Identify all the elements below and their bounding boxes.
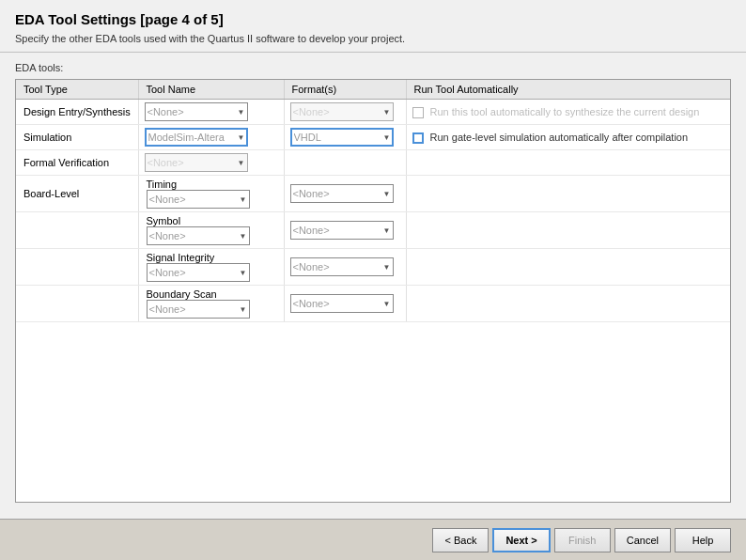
- format-select-boundary-scan[interactable]: <None>: [290, 294, 394, 313]
- tool-name-select-wrapper[interactable]: <None>: [145, 153, 248, 172]
- cell-auto-run: [406, 249, 730, 286]
- tool-name-select-symbol[interactable]: <None>: [147, 226, 250, 245]
- cell-tool-subname: Symbol <None>: [138, 212, 284, 249]
- tool-name-select-wrapper[interactable]: <None>: [145, 102, 248, 121]
- cell-format[interactable]: <None>: [284, 176, 406, 212]
- auto-run-label: Run gate-level simulation automatically …: [430, 132, 689, 144]
- cancel-button[interactable]: Cancel: [614, 528, 671, 552]
- cell-tool-name[interactable]: <None>: [138, 100, 284, 125]
- table-row: Boundary Scan <None> <None>: [16, 286, 730, 322]
- cell-tool-name[interactable]: ModelSim-Altera: [138, 125, 284, 150]
- cell-auto-run: [406, 212, 730, 249]
- tool-name-select-formal[interactable]: <None>: [145, 153, 248, 172]
- format-select-wrapper[interactable]: <None>: [290, 294, 394, 313]
- format-select-simulation[interactable]: VHDL: [290, 128, 394, 147]
- format-select-signal-integrity[interactable]: <None>: [290, 257, 394, 276]
- cell-tool-subname: Signal Integrity <None>: [138, 249, 284, 286]
- dialog-footer: < Back Next > Finish Cancel Help: [0, 519, 746, 560]
- auto-run-checkbox-design-entry[interactable]: [412, 107, 424, 118]
- auto-run-checkbox-simulation[interactable]: [412, 132, 424, 144]
- table-header-row: Tool Type Tool Name Format(s) Run Tool A…: [16, 80, 730, 100]
- format-select-wrapper[interactable]: <None>: [290, 184, 394, 203]
- dialog-description: Specify the other EDA tools used with th…: [15, 33, 731, 44]
- tool-name-select-wrapper[interactable]: ModelSim-Altera: [145, 128, 248, 147]
- format-select-wrapper[interactable]: <None>: [290, 102, 394, 121]
- cell-tool-type: [16, 249, 138, 286]
- format-select-wrapper[interactable]: <None>: [290, 221, 394, 240]
- cell-tool-type: Design Entry/Synthesis: [16, 100, 138, 125]
- cell-tool-type: [16, 212, 138, 249]
- dialog-title: EDA Tool Settings [page 4 of 5]: [15, 11, 731, 27]
- cell-tool-type: Formal Verification: [16, 150, 138, 176]
- tool-name-select-wrapper[interactable]: <None>: [147, 190, 250, 209]
- format-select-design-entry[interactable]: <None>: [290, 102, 394, 121]
- format-select-symbol[interactable]: <None>: [290, 221, 394, 240]
- tool-name-select-boundary-scan[interactable]: <None>: [147, 300, 250, 319]
- format-select-wrapper[interactable]: VHDL: [290, 128, 394, 147]
- table-row: Signal Integrity <None> <None>: [16, 249, 730, 286]
- next-button[interactable]: Next >: [492, 528, 550, 552]
- tool-name-select-simulation[interactable]: ModelSim-Altera: [145, 128, 248, 147]
- cell-format[interactable]: <None>: [284, 100, 406, 125]
- cell-tool-type: [16, 286, 138, 322]
- table-row: Symbol <None> <None>: [16, 212, 730, 249]
- sub-label: Timing: [147, 179, 178, 190]
- table-row: Design Entry/Synthesis <None>: [16, 100, 730, 125]
- auto-run-label: Run this tool automatically to synthesiz…: [430, 107, 700, 118]
- tool-name-select-wrapper[interactable]: <None>: [147, 226, 250, 245]
- eda-tools-table: Tool Type Tool Name Format(s) Run Tool A…: [16, 80, 730, 322]
- content-area: EDA tools: Tool Type Tool Name Format(s)…: [0, 53, 746, 519]
- tool-name-select-signal-integrity[interactable]: <None>: [147, 263, 250, 282]
- cell-auto-run: [406, 286, 730, 322]
- format-select-wrapper[interactable]: <None>: [290, 257, 394, 276]
- format-select-timing[interactable]: <None>: [290, 184, 394, 203]
- back-button[interactable]: < Back: [432, 528, 489, 552]
- col-formats: Format(s): [284, 80, 406, 100]
- col-tool-name: Tool Name: [138, 80, 284, 100]
- title-bar: EDA Tool Settings [page 4 of 5] Specify …: [0, 0, 746, 53]
- tool-name-select-wrapper[interactable]: <None>: [147, 300, 250, 319]
- table-row: Simulation ModelSim-Altera VH: [16, 125, 730, 150]
- cell-tool-name[interactable]: <None>: [138, 150, 284, 176]
- sub-label: Boundary Scan: [147, 288, 217, 300]
- cell-auto-run: Run gate-level simulation automatically …: [406, 125, 730, 150]
- cell-format[interactable]: <None>: [284, 286, 406, 322]
- tool-name-select-design-entry[interactable]: <None>: [145, 102, 248, 121]
- cell-tool-subname: Timing <None>: [138, 176, 284, 212]
- cell-auto-run: Run this tool automatically to synthesiz…: [406, 100, 730, 125]
- cell-auto-run: [406, 176, 730, 212]
- table-row: Board-Level Timing <None>: [16, 176, 730, 212]
- dialog: EDA Tool Settings [page 4 of 5] Specify …: [0, 0, 746, 560]
- cell-tool-type: Simulation: [16, 125, 138, 150]
- tool-name-select-timing[interactable]: <None>: [147, 190, 250, 209]
- eda-tools-table-container: Tool Type Tool Name Format(s) Run Tool A…: [15, 79, 731, 503]
- cell-format[interactable]: <None>: [284, 249, 406, 286]
- cell-format[interactable]: VHDL: [284, 125, 406, 150]
- cell-tool-subname: Boundary Scan <None>: [138, 286, 284, 322]
- cell-tool-type: Board-Level: [16, 176, 138, 212]
- help-button[interactable]: Help: [675, 528, 731, 552]
- sub-label: Signal Integrity: [147, 252, 215, 263]
- sub-label: Symbol: [147, 215, 181, 226]
- table-row: Formal Verification <None>: [16, 150, 730, 176]
- section-label: EDA tools:: [15, 62, 731, 73]
- cell-auto-run: [406, 150, 730, 176]
- finish-button[interactable]: Finish: [554, 528, 611, 552]
- cell-format: [284, 150, 406, 176]
- cell-format[interactable]: <None>: [284, 212, 406, 249]
- tool-name-select-wrapper[interactable]: <None>: [147, 263, 250, 282]
- col-tool-type: Tool Type: [16, 80, 138, 100]
- col-run-auto: Run Tool Automatically: [406, 80, 730, 100]
